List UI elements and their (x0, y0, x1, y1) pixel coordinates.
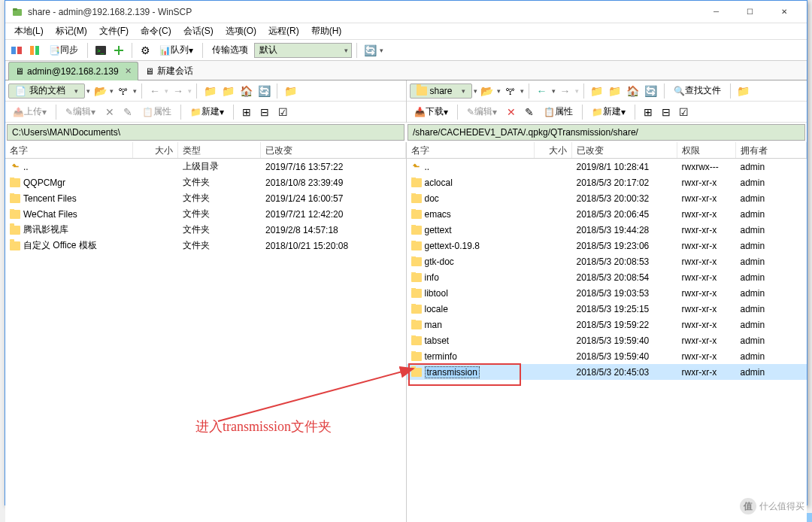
table-row[interactable]: tabset2018/5/3 19:59:40rwxr-xr-xadmin (407, 332, 807, 348)
right-new-button[interactable]: 📁 新建 ▾ (587, 104, 630, 120)
left-refresh-icon[interactable]: 🔄 (256, 83, 272, 99)
right-filter-icon[interactable]: 🝖 (502, 83, 519, 99)
add-icon[interactable] (111, 42, 127, 59)
left-path[interactable]: C:\Users\MAN\Documents\ (7, 124, 404, 141)
left-location-combo[interactable]: 📄 我的文档 ▾ (8, 83, 85, 99)
left-col-size[interactable]: 大小 (133, 142, 178, 158)
left-rename-icon[interactable]: ✎ (120, 104, 136, 120)
left-delete-icon[interactable]: ✕ (102, 104, 118, 120)
tab-close-icon[interactable]: ✕ (122, 66, 132, 76)
menu-local[interactable]: 本地(L) (8, 23, 50, 39)
table-row[interactable]: ⬑..2019/8/1 10:28:41rwxrwx---admin (407, 159, 807, 175)
table-row[interactable]: 自定义 Office 模板文件夹2018/10/21 15:20:08 (5, 238, 406, 253)
table-row[interactable]: QQPCMgr文件夹2018/10/8 23:39:49 (5, 175, 406, 190)
right-col-date[interactable]: 已改变 (572, 142, 677, 158)
right-col-size[interactable]: 大小 (535, 142, 572, 158)
table-row[interactable]: aclocal2018/5/3 20:17:02rwxr-xr-xadmin (407, 175, 807, 190)
sync-browse-icon[interactable] (8, 42, 25, 59)
menu-help[interactable]: 帮助(H) (305, 23, 348, 39)
table-row[interactable]: locale2018/5/3 19:25:15rwxr-xr-xadmin (407, 301, 807, 317)
menu-remote[interactable]: 远程(R) (262, 23, 305, 39)
gear-icon[interactable]: ⚙ (137, 42, 153, 59)
right-delete-icon[interactable]: ✕ (503, 104, 520, 120)
menu-session[interactable]: 会话(S) (177, 23, 220, 39)
right-home-icon[interactable]: 🏠 (625, 83, 641, 99)
left-bookmark-icon[interactable]: 📁 (282, 83, 298, 99)
menu-command[interactable]: 命令(C) (135, 23, 177, 39)
right-root-icon[interactable]: 📁 (607, 83, 623, 99)
find-files-button[interactable]: 🔍 查找文件 (669, 83, 726, 99)
table-row[interactable]: Tencent Files文件夹2019/1/24 16:00:57 (5, 190, 406, 206)
left-expand-icon[interactable]: ⊞ (238, 104, 255, 120)
session-tabs: 🖥 admin@192.168.2.139 ✕ 🖥 新建会话 (5, 61, 807, 80)
right-parent-icon[interactable]: 📁 (589, 83, 605, 99)
left-col-name[interactable]: 名字 (5, 142, 133, 158)
right-col-owner[interactable]: 拥有者 (736, 142, 807, 158)
left-props-button[interactable]: 📋 属性 (138, 104, 176, 120)
right-back-icon[interactable]: ← (534, 83, 550, 99)
left-root-icon[interactable]: 📁 (220, 83, 236, 99)
right-col-name[interactable]: 名字 (407, 142, 535, 158)
table-row[interactable]: info2018/5/3 20:08:54rwxr-xr-xadmin (407, 269, 807, 285)
menu-file[interactable]: 文件(F) (93, 23, 135, 39)
table-row[interactable]: man2018/5/3 19:59:22rwxr-xr-xadmin (407, 317, 807, 332)
upload-button[interactable]: 📤 上传 ▾ (8, 104, 51, 120)
close-button[interactable]: ✕ (767, 1, 801, 23)
table-row[interactable]: emacs2018/5/3 20:06:45rwxr-xr-xadmin (407, 206, 807, 222)
left-back-icon[interactable]: ← (147, 83, 163, 99)
left-file-list[interactable]: 名字 大小 类型 已改变 ⬑..上级目录2019/7/16 13:57:22QQ… (5, 142, 406, 522)
right-forward-icon[interactable]: → (557, 83, 574, 99)
table-row[interactable]: gettext2018/5/3 19:44:28rwxr-xr-xadmin (407, 222, 807, 238)
maximize-button[interactable]: ☐ (733, 1, 767, 23)
minimize-button[interactable]: ─ (699, 1, 733, 23)
download-button[interactable]: 📥 下载 ▾ (410, 104, 453, 120)
left-forward-icon[interactable]: → (170, 83, 186, 99)
queue-button[interactable]: 📊 队列 ▾ (155, 42, 198, 59)
table-row[interactable]: WeChat Files文件夹2019/7/21 12:42:20 (5, 206, 406, 222)
right-col-perm[interactable]: 权限 (677, 142, 736, 158)
left-home-icon[interactable]: 🏠 (238, 83, 254, 99)
folder-icon (411, 368, 422, 377)
left-col-type[interactable]: 类型 (178, 142, 261, 158)
compare-icon[interactable] (26, 42, 43, 59)
left-edit-button[interactable]: ✎ 编辑 ▾ (61, 104, 100, 120)
sync-button[interactable]: 📑 同步 (44, 42, 83, 59)
new-session-tab[interactable]: 🖥 新建会话 (138, 62, 200, 80)
left-filter-icon[interactable]: 🝖 (115, 83, 132, 99)
right-collapse-icon[interactable]: ⊟ (658, 104, 674, 120)
left-open-icon[interactable]: 📂 (92, 83, 108, 99)
menu-mark[interactable]: 标记(M) (50, 23, 93, 39)
transfer-preset-combo[interactable]: 默认 (254, 43, 352, 58)
table-row[interactable]: terminfo2018/5/3 19:59:40rwxr-xr-xadmin (407, 348, 807, 364)
reconnect-icon[interactable]: 🔄 (362, 42, 378, 59)
right-location-combo[interactable]: share ▾ (410, 83, 472, 99)
left-new-button[interactable]: 📁 新建 ▾ (186, 104, 229, 120)
right-expand-icon[interactable]: ⊞ (640, 104, 656, 120)
session-tab-active[interactable]: 🖥 admin@192.168.2.139 ✕ (8, 62, 138, 80)
table-row[interactable]: transmission2018/5/3 20:45:03rwxr-xr-xad… (407, 364, 807, 380)
table-row[interactable]: gettext-0.19.82018/5/3 19:23:06rwxr-xr-x… (407, 238, 807, 253)
left-collapse-icon[interactable]: ⊟ (256, 104, 273, 120)
right-bookmark-icon[interactable]: 📁 (735, 83, 752, 99)
table-row[interactable]: doc2018/5/3 20:00:32rwxr-xr-xadmin (407, 190, 807, 206)
right-open-icon[interactable]: 📂 (479, 83, 495, 99)
right-rename-icon[interactable]: ✎ (521, 104, 538, 120)
right-props-button[interactable]: 📋 属性 (539, 104, 577, 120)
table-row[interactable]: libtool2018/5/3 19:03:53rwxr-xr-xadmin (407, 285, 807, 301)
right-select-icon[interactable]: ☑ (676, 104, 692, 120)
table-row[interactable]: gtk-doc2018/5/3 20:08:53rwxr-xr-xadmin (407, 253, 807, 269)
right-header[interactable]: 名字 大小 已改变 权限 拥有者 (407, 142, 807, 159)
table-row[interactable]: ⬑..上级目录2019/7/16 13:57:22 (5, 159, 406, 175)
left-select-icon[interactable]: ☑ (274, 104, 291, 120)
right-path[interactable]: /share/CACHEDEV1_DATA/.qpkg/QTransmissio… (408, 124, 805, 141)
right-file-list[interactable]: 名字 大小 已改变 权限 拥有者 ⬑..2019/8/1 10:28:41rwx… (407, 142, 807, 522)
left-header[interactable]: 名字 大小 类型 已改变 (5, 142, 406, 159)
left-col-date[interactable]: 已改变 (261, 142, 406, 158)
left-parent-icon[interactable]: 📁 (201, 83, 218, 99)
table-row[interactable]: 腾讯影视库文件夹2019/2/8 14:57:18 (5, 222, 406, 238)
right-refresh-icon[interactable]: 🔄 (643, 83, 659, 99)
terminal-icon[interactable]: >_ (92, 42, 109, 59)
right-edit-button[interactable]: ✎ 编辑 ▾ (462, 104, 501, 120)
folder-icon (411, 178, 422, 187)
menu-options[interactable]: 选项(O) (220, 23, 262, 39)
